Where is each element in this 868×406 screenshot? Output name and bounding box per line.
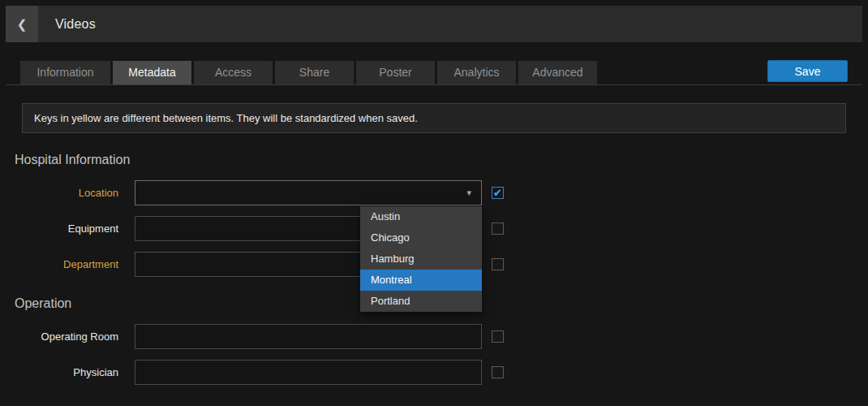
section-title-hospital-information: Hospital Information xyxy=(15,153,868,167)
physician-input[interactable] xyxy=(135,360,482,385)
operating-room-label: Operating Room xyxy=(0,330,135,343)
tab-poster[interactable]: Poster xyxy=(356,61,435,84)
dropdown-option-austin[interactable]: Austin xyxy=(360,206,482,227)
location-checkbox[interactable]: ✔ xyxy=(492,187,504,199)
location-field-wrap: ▾ Austin Chicago Hamburg Montreal Portla… xyxy=(135,180,482,205)
page-title: Videos xyxy=(55,17,96,32)
check-icon: ✔ xyxy=(493,188,502,198)
equipment-checkbox[interactable] xyxy=(492,222,504,235)
operating-room-checkbox[interactable] xyxy=(492,330,504,343)
dropdown-option-montreal[interactable]: Montreal xyxy=(360,270,482,291)
notice-banner: Keys in yellow are different between ite… xyxy=(22,103,846,133)
form-row-location: Location ▾ Austin Chicago Hamburg Montre… xyxy=(0,180,868,205)
form-row-physician: Physician xyxy=(0,360,868,385)
form-hospital-information: Location ▾ Austin Chicago Hamburg Montre… xyxy=(0,180,868,277)
header: ❮ Videos xyxy=(6,6,862,42)
tab-access[interactable]: Access xyxy=(194,61,273,84)
tab-information[interactable]: Information xyxy=(20,61,110,84)
back-button[interactable]: ❮ xyxy=(6,6,38,42)
dropdown-option-hamburg[interactable]: Hamburg xyxy=(360,248,482,270)
chevron-left-icon: ❮ xyxy=(17,17,28,32)
equipment-label: Equipment xyxy=(0,222,135,235)
location-label: Location xyxy=(0,187,135,199)
save-button[interactable]: Save xyxy=(767,60,848,82)
tab-analytics[interactable]: Analytics xyxy=(437,61,516,84)
form-row-operating-room: Operating Room xyxy=(0,324,868,349)
physician-checkbox[interactable] xyxy=(492,366,504,378)
location-select[interactable]: ▾ xyxy=(135,180,482,205)
department-label: Department xyxy=(0,258,135,270)
location-dropdown: Austin Chicago Hamburg Montreal Portland xyxy=(360,206,482,312)
department-checkbox[interactable] xyxy=(492,258,504,270)
tab-metadata[interactable]: Metadata xyxy=(113,61,191,84)
dropdown-option-portland[interactable]: Portland xyxy=(360,291,482,312)
tab-share[interactable]: Share xyxy=(275,61,354,84)
chevron-down-icon: ▾ xyxy=(466,188,473,198)
tab-advanced[interactable]: Advanced xyxy=(518,61,597,84)
tab-bar: Information Metadata Access Share Poster… xyxy=(6,60,862,85)
physician-label: Physician xyxy=(0,366,135,378)
form-operation: Operating Room Physician xyxy=(0,324,868,385)
dropdown-option-chicago[interactable]: Chicago xyxy=(360,227,482,248)
operating-room-input[interactable] xyxy=(135,324,482,349)
